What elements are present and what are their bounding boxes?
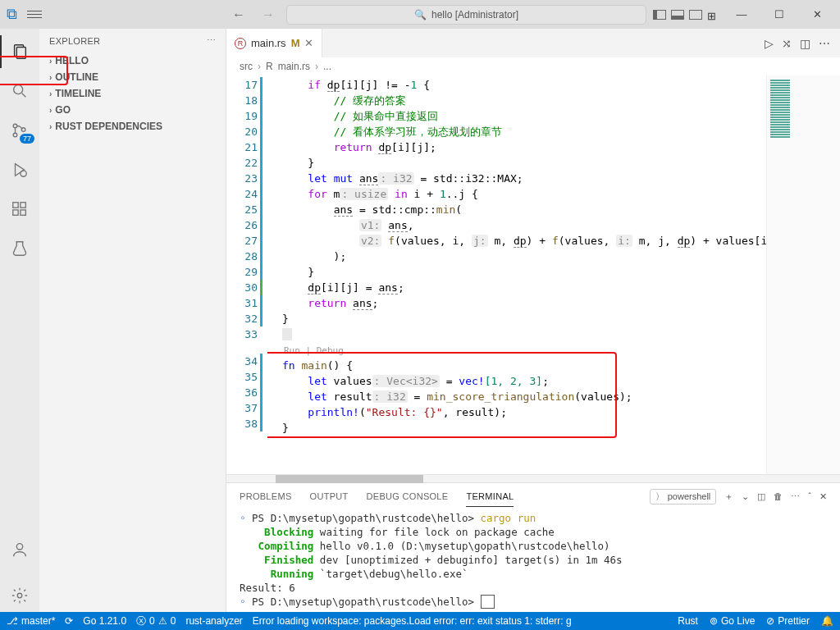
new-terminal-icon[interactable]: ＋ [724, 491, 733, 503]
go-version[interactable]: Go 1.21.0 [83, 615, 126, 627]
tab-main-rs[interactable]: R main.rs M ✕ [226, 29, 322, 57]
svg-point-4 [13, 124, 17, 128]
svg-marker-7 [16, 164, 25, 176]
kill-terminal-icon[interactable]: 🗑 [774, 491, 783, 501]
tree-outline[interactable]: ›OUTLINE [39, 69, 226, 85]
prettier-status[interactable]: ⊘Prettier [766, 615, 810, 627]
panel-maximize-icon[interactable]: ˆ [808, 491, 811, 501]
block-icon: ⊘ [766, 615, 774, 627]
go-live[interactable]: ⊚Go Live [710, 615, 755, 627]
explorer-sidebar: EXPLORER ⋯ ›HELLO ›OUTLINE ›TIMELINE ›GO… [39, 29, 226, 612]
search-icon: 🔍 [414, 9, 427, 21]
svg-rect-9 [13, 203, 18, 208]
settings-gear-icon[interactable] [0, 579, 39, 612]
activity-bar: 77 [0, 29, 39, 612]
search-icon[interactable] [0, 75, 39, 107]
tab-close-icon[interactable]: ✕ [304, 37, 313, 49]
error-message[interactable]: Error loading workspace: packages.Load e… [253, 615, 668, 627]
codelens[interactable]: Run | Debug [282, 345, 344, 356]
error-icon: ⓧ [136, 614, 146, 628]
vscode-logo-icon: ⧉ [7, 6, 17, 23]
editor-more-icon[interactable]: ⋯ [819, 37, 830, 50]
branch-icon: ⎇ [7, 615, 18, 627]
testing-icon[interactable] [0, 232, 39, 265]
panel-tab-debug[interactable]: DEBUG CONSOLE [367, 486, 449, 506]
warning-icon: ⚠ [158, 615, 167, 627]
code-content[interactable]: if dp[i][j] != -1 { // 缓存的答案 // 如果命中直接返回… [267, 75, 766, 474]
panel-tab-output[interactable]: OUTPUT [310, 486, 349, 506]
breadcrumb[interactable]: src› R main.rs› ... [226, 57, 840, 75]
diff-icon[interactable]: ⤭ [782, 37, 792, 50]
chevron-right-icon: › [49, 106, 52, 115]
status-bar: ⎇master* ⟳ Go 1.21.0 ⓧ 0 ⚠ 0 rust-analyz… [0, 612, 840, 630]
scm-badge: 77 [20, 134, 34, 144]
modified-indicator: M [291, 37, 300, 49]
terminal-dropdown-icon[interactable]: ⌄ [742, 491, 749, 502]
code-editor[interactable]: 1718192021222324252627282930313233343536… [226, 75, 840, 474]
horizontal-scrollbar[interactable] [226, 474, 840, 482]
chevron-right-icon: › [49, 89, 52, 98]
hamburger-menu-icon[interactable] [27, 11, 42, 18]
svg-rect-10 [13, 210, 18, 215]
layout-bottom-icon[interactable] [671, 10, 684, 20]
extensions-icon[interactable] [0, 193, 39, 226]
line-gutter: 1718192021222324252627282930313233343536… [226, 75, 267, 474]
svg-point-13 [16, 544, 22, 550]
branch-status[interactable]: ⎇master* [7, 615, 55, 627]
panel-tab-problems[interactable]: PROBLEMS [240, 486, 292, 506]
explorer-icon[interactable] [0, 35, 39, 68]
tab-label: main.rs [251, 37, 286, 49]
rust-file-icon: R [266, 61, 273, 72]
layout-custom-icon[interactable]: ⊞ [707, 10, 720, 20]
title-bar: ⧉ ← → 🔍 hello [Administrator] ⊞ — ☐ ✕ [0, 0, 840, 29]
svg-point-14 [17, 593, 22, 598]
tree-go[interactable]: ›GO [39, 102, 226, 118]
chevron-right-icon: › [49, 122, 52, 131]
panel-tab-terminal[interactable]: TERMINAL [466, 486, 514, 507]
nav-back-icon[interactable]: ← [227, 7, 250, 22]
panel-more-icon[interactable]: ⋯ [791, 491, 800, 502]
editor-tabs: R main.rs M ✕ ▷ ⤭ ◫ ⋯ [226, 29, 840, 57]
notifications-icon[interactable]: 🔔 [821, 615, 833, 627]
svg-point-5 [13, 133, 17, 137]
layout-right-icon[interactable] [689, 10, 702, 20]
svg-point-2 [14, 85, 23, 94]
svg-rect-1 [16, 48, 25, 59]
run-icon[interactable]: ▷ [765, 37, 774, 50]
terminal-shell-select[interactable]: 〉powershell [650, 489, 717, 504]
layout-left-icon[interactable] [653, 10, 666, 20]
rust-file-icon: R [235, 38, 246, 49]
sync-status[interactable]: ⟳ [65, 615, 73, 627]
svg-point-8 [21, 171, 26, 176]
nav-forward-icon[interactable]: → [257, 7, 280, 22]
maximize-button[interactable]: ☐ [763, 8, 796, 21]
chevron-right-icon: › [49, 73, 52, 82]
sidebar-title: EXPLORER [49, 36, 100, 46]
split-editor-icon[interactable]: ◫ [800, 37, 810, 50]
sidebar-more-icon[interactable]: ⋯ [207, 35, 216, 46]
chevron-right-icon: › [49, 57, 52, 66]
terminal-output[interactable]: ◦ PS D:\mysetup\gopath\rustcode\hello> c… [226, 509, 840, 612]
command-center[interactable]: 🔍 hello [Administrator] [286, 5, 646, 25]
command-center-text: hello [Administrator] [431, 9, 518, 21]
broadcast-icon: ⊚ [710, 615, 718, 627]
tree-rust-deps[interactable]: ›RUST DEPENDENCIES [39, 118, 226, 135]
svg-rect-12 [21, 203, 25, 208]
run-debug-icon[interactable] [0, 153, 39, 186]
minimap[interactable] [766, 75, 840, 474]
source-control-icon[interactable]: 77 [0, 114, 39, 147]
diagnostics[interactable]: ⓧ 0 ⚠ 0 [136, 614, 176, 628]
bottom-panel: PROBLEMS OUTPUT DEBUG CONSOLE TERMINAL 〉… [226, 482, 840, 612]
tree-timeline[interactable]: ›TIMELINE [39, 85, 226, 102]
svg-rect-11 [21, 210, 25, 215]
language-mode[interactable]: Rust [678, 615, 698, 627]
panel-close-icon[interactable]: ✕ [819, 491, 827, 502]
rust-analyzer-status[interactable]: rust-analyzer [185, 615, 242, 627]
accounts-icon[interactable] [0, 533, 39, 566]
split-terminal-icon[interactable]: ◫ [757, 491, 765, 502]
sync-icon: ⟳ [65, 615, 73, 627]
minimize-button[interactable]: — [725, 8, 758, 21]
close-button[interactable]: ✕ [801, 8, 833, 21]
tree-hello[interactable]: ›HELLO [39, 52, 226, 69]
svg-line-3 [22, 94, 26, 98]
